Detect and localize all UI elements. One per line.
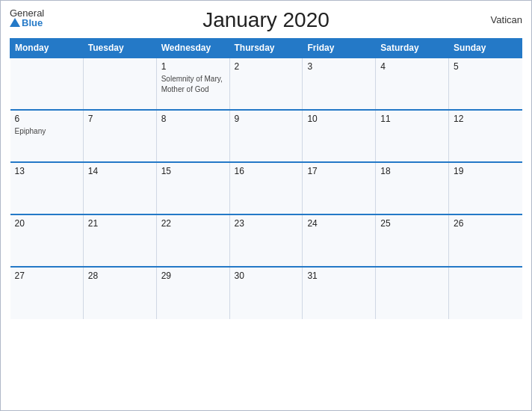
calendar-cell: 2 (229, 58, 303, 110)
calendar-cell: 25 (376, 214, 449, 267)
day-number: 25 (380, 218, 444, 229)
calendar-cell (83, 58, 156, 110)
calendar-cell (449, 267, 522, 319)
calendar-cell: 31 (303, 267, 376, 319)
calendar-cell (10, 58, 84, 110)
calendar-cell: 3 (303, 58, 376, 110)
calendar-cell: 7 (83, 110, 156, 162)
calendar-cell: 15 (156, 162, 229, 214)
day-number: 15 (161, 166, 225, 176)
weekday-header-friday: Friday (303, 39, 376, 58)
day-number: 13 (15, 166, 78, 176)
day-number: 19 (454, 166, 517, 176)
calendar-table: MondayTuesdayWednesdayThursdayFridaySatu… (10, 38, 522, 319)
calendar-cell: 19 (449, 162, 522, 214)
calendar-cell: 9 (229, 110, 303, 162)
calendar-week-row: 20212223242526 (10, 214, 522, 267)
day-number: 11 (380, 114, 444, 124)
day-number: 6 (15, 114, 78, 124)
day-number: 31 (307, 271, 371, 281)
day-number: 20 (15, 218, 78, 229)
calendar-cell: 18 (376, 162, 449, 214)
calendar-cell: 1Solemnity of Mary, Mother of God (156, 58, 229, 110)
day-number: 22 (161, 218, 225, 229)
day-event: Solemnity of Mary, Mother of God (161, 75, 223, 93)
weekday-header-tuesday: Tuesday (83, 39, 156, 58)
calendar-cell: 12 (449, 110, 522, 162)
day-number: 27 (15, 271, 78, 281)
day-number: 10 (307, 114, 371, 124)
day-number: 30 (235, 271, 298, 281)
calendar-cell: 21 (83, 214, 156, 267)
day-number: 18 (380, 166, 444, 176)
day-number: 28 (88, 271, 152, 281)
day-number: 4 (380, 61, 444, 72)
calendar-cell: 11 (376, 110, 449, 162)
calendar-cell: 26 (449, 214, 522, 267)
calendar-cell: 16 (229, 162, 303, 214)
weekday-header-wednesday: Wednesday (156, 39, 229, 58)
day-number: 12 (454, 114, 517, 124)
calendar-cell: 13 (10, 162, 84, 214)
calendar-cell: 5 (449, 58, 522, 110)
day-number: 3 (307, 61, 371, 72)
weekday-header-row: MondayTuesdayWednesdayThursdayFridaySatu… (10, 39, 522, 58)
calendar-container: General Blue January 2020 Vatican Monday… (0, 0, 532, 411)
day-number: 1 (161, 61, 225, 72)
calendar-cell: 14 (83, 162, 156, 214)
day-number: 2 (235, 61, 298, 72)
day-number: 24 (307, 218, 371, 229)
day-number: 21 (88, 218, 152, 229)
weekday-header-thursday: Thursday (229, 39, 303, 58)
calendar-header-row: MondayTuesdayWednesdayThursdayFridaySatu… (10, 39, 522, 58)
day-number: 16 (235, 166, 298, 176)
calendar-week-row: 2728293031 (10, 267, 522, 319)
logo-blue-text: Blue (10, 18, 44, 28)
calendar-cell (376, 267, 449, 319)
calendar-cell: 20 (10, 214, 84, 267)
calendar-week-row: 1Solemnity of Mary, Mother of God2345 (10, 58, 522, 110)
day-number: 29 (161, 271, 225, 281)
calendar-body: 1Solemnity of Mary, Mother of God23456Ep… (10, 58, 522, 319)
day-number: 23 (235, 218, 298, 229)
day-event: Epiphany (15, 127, 46, 135)
calendar-cell: 29 (156, 267, 229, 319)
calendar-cell: 24 (303, 214, 376, 267)
calendar-cell: 23 (229, 214, 303, 267)
calendar-header: General Blue January 2020 Vatican (10, 8, 522, 32)
calendar-title: January 2020 (202, 8, 330, 32)
calendar-cell: 30 (229, 267, 303, 319)
day-number: 9 (235, 114, 298, 124)
calendar-cell: 6Epiphany (10, 110, 84, 162)
logo: General Blue (10, 8, 44, 28)
day-number: 14 (88, 166, 152, 176)
country-label: Vatican (491, 14, 522, 25)
calendar-cell: 28 (83, 267, 156, 319)
calendar-cell: 17 (303, 162, 376, 214)
day-number: 26 (454, 218, 517, 229)
calendar-cell: 4 (376, 58, 449, 110)
logo-triangle-icon (10, 18, 20, 27)
calendar-cell: 27 (10, 267, 84, 319)
calendar-cell: 8 (156, 110, 229, 162)
calendar-week-row: 13141516171819 (10, 162, 522, 214)
day-number: 17 (307, 166, 371, 176)
day-number: 8 (161, 114, 225, 124)
calendar-cell: 22 (156, 214, 229, 267)
calendar-cell: 10 (303, 110, 376, 162)
weekday-header-sunday: Sunday (449, 39, 522, 58)
weekday-header-monday: Monday (10, 39, 84, 58)
day-number: 5 (454, 61, 517, 72)
day-number: 7 (88, 114, 152, 124)
calendar-week-row: 6Epiphany789101112 (10, 110, 522, 162)
weekday-header-saturday: Saturday (376, 39, 449, 58)
